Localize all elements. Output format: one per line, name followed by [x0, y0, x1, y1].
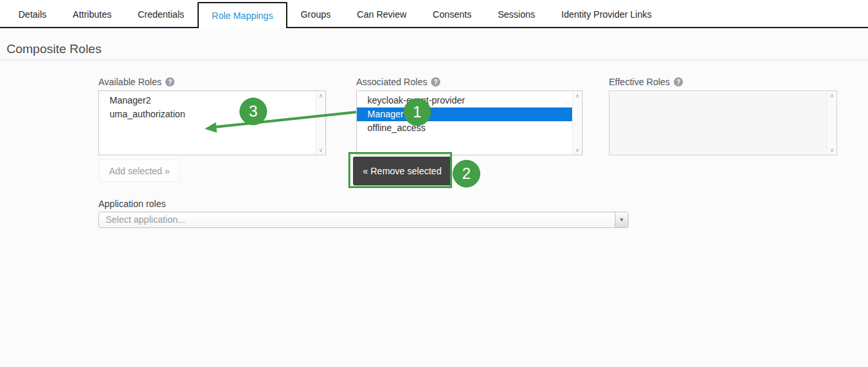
effective-roles-listbox: ∧ ∨: [609, 90, 837, 155]
list-item[interactable]: uma_authorization: [99, 107, 316, 121]
list-item[interactable]: offline_access: [357, 121, 572, 135]
tab-details[interactable]: Details: [5, 0, 60, 28]
associated-roles-listbox[interactable]: keycloak-event-providerManager1offline_a…: [356, 90, 583, 155]
caret-down-icon[interactable]: ▼: [615, 212, 628, 227]
help-icon[interactable]: ?: [431, 77, 440, 87]
scrollbar[interactable]: ∧ ∨: [316, 91, 325, 155]
help-icon[interactable]: ?: [674, 77, 683, 87]
tab-groups[interactable]: Groups: [287, 0, 344, 28]
tab-role-mappings[interactable]: Role Mappings: [197, 2, 287, 28]
list-item[interactable]: Manager2: [99, 94, 316, 107]
tab-credentials[interactable]: Credentials: [125, 0, 197, 28]
application-select[interactable]: Select application... ▼: [98, 212, 629, 228]
help-icon[interactable]: ?: [165, 77, 175, 87]
page-title: Composite Roles: [7, 42, 102, 56]
list-item[interactable]: Manager1: [357, 107, 572, 121]
available-roles-label: Available Roles ?: [98, 77, 175, 87]
scroll-up-icon[interactable]: ∧: [575, 92, 580, 99]
effective-roles-label-text: Effective Roles: [609, 77, 670, 87]
effective-roles-items: [610, 91, 827, 155]
scroll-down-icon[interactable]: ∨: [575, 147, 580, 153]
scroll-down-icon[interactable]: ∨: [319, 147, 323, 153]
add-selected-button[interactable]: Add selected »: [99, 159, 180, 182]
annotation-step-2: 2: [453, 160, 480, 187]
role-mappings-page: DetailsAttributesCredentialsRole Mapping…: [0, 0, 868, 367]
scrollbar[interactable]: ∧ ∨: [827, 91, 837, 155]
tab-consents[interactable]: Consents: [420, 0, 485, 28]
effective-roles-label: Effective Roles ?: [609, 77, 683, 87]
application-roles-label: Application roles: [98, 199, 166, 209]
title-divider: [0, 60, 868, 60]
available-roles-listbox[interactable]: Manager2uma_authorization ∧ ∨: [98, 90, 326, 155]
select-placeholder: Select application...: [106, 212, 185, 227]
associated-roles-items: keycloak-event-providerManager1offline_a…: [357, 91, 572, 155]
tab-attributes[interactable]: Attributes: [60, 0, 125, 28]
scroll-up-icon[interactable]: ∧: [830, 92, 835, 99]
tab-identity-provider-links[interactable]: Identity Provider Links: [548, 0, 665, 28]
associated-roles-label: Associated Roles ?: [356, 77, 440, 87]
available-roles-items: Manager2uma_authorization: [99, 91, 316, 155]
tab-bar: DetailsAttributesCredentialsRole Mapping…: [0, 0, 868, 28]
scroll-up-icon[interactable]: ∧: [319, 92, 323, 99]
scrollbar[interactable]: ∧ ∨: [572, 91, 582, 155]
associated-roles-label-text: Associated Roles: [356, 77, 427, 87]
tab-sessions[interactable]: Sessions: [485, 0, 548, 28]
scroll-down-icon[interactable]: ∨: [830, 147, 835, 153]
tab-can-review[interactable]: Can Review: [344, 0, 419, 28]
available-roles-label-text: Available Roles: [98, 77, 161, 87]
remove-selected-button[interactable]: « Remove selected: [353, 157, 451, 185]
list-item[interactable]: keycloak-event-provider: [357, 94, 572, 107]
